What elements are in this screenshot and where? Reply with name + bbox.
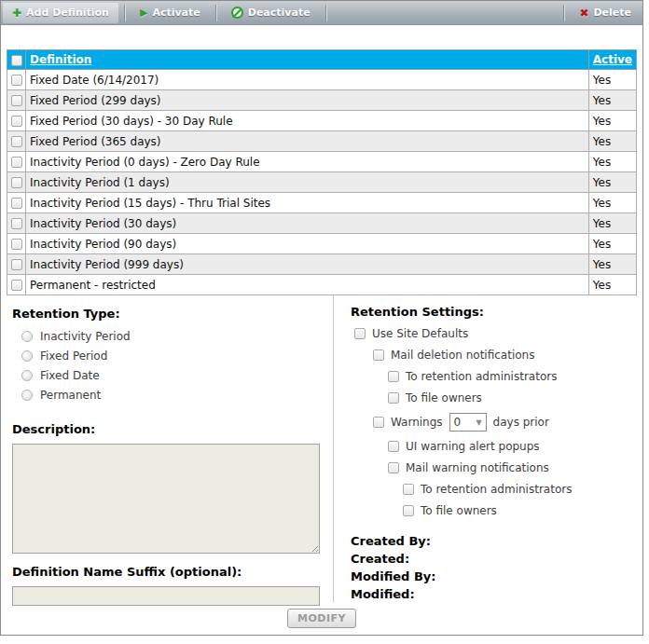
definition-cell[interactable]: Fixed Date (6/14/2017) [26, 70, 589, 90]
radio-label: Fixed Date [40, 369, 100, 382]
radio-label: Fixed Period [40, 349, 107, 363]
warning-to-owners-row: To file owners [403, 504, 642, 517]
mail-deletion-row: Mail deletion notifications [373, 349, 642, 362]
table-row: Inactivity Period (90 days) Yes [7, 234, 637, 254]
days-prior-label: days prior [493, 416, 549, 429]
deactivate-label: Deactivate [248, 7, 311, 19]
resize-handle-icon[interactable] [310, 543, 318, 552]
table-header-row: Definition Active [7, 50, 637, 70]
suffix-input[interactable] [12, 586, 320, 606]
add-definition-button[interactable]: ✚ Add Definition [3, 3, 118, 23]
warning-to-admins-checkbox[interactable] [403, 484, 414, 495]
toolbar-separator [124, 5, 125, 21]
active-cell: Yes [588, 172, 636, 193]
definition-cell[interactable]: Inactivity Period (999 days) [26, 254, 589, 275]
retention-type-label: Retention Type: [12, 307, 320, 321]
use-site-defaults-checkbox[interactable] [354, 328, 366, 339]
row-checkbox[interactable] [11, 198, 22, 209]
radio-icon[interactable] [21, 331, 33, 342]
warning-to-owners-checkbox[interactable] [403, 505, 414, 516]
created-by-label: Created By: [351, 532, 642, 550]
select-all-checkbox[interactable] [11, 55, 22, 66]
table-row: Inactivity Period (1 days) Yes [7, 172, 637, 193]
active-column-header[interactable]: Active [588, 50, 636, 70]
checkbox-label: Mail deletion notifications [391, 349, 534, 362]
checkbox-label: To file owners [421, 504, 497, 517]
table-row: Inactivity Period (30 days) Yes [7, 213, 637, 234]
definition-cell[interactable]: Inactivity Period (0 days) - Zero Day Ru… [26, 152, 589, 172]
toolbar-separator [215, 5, 216, 21]
row-checkbox[interactable] [11, 280, 22, 291]
suffix-label: Definition Name Suffix (optional): [12, 565, 320, 579]
checkbox-label: To file owners [406, 391, 482, 404]
ui-warning-row: UI warning alert popups [388, 440, 642, 453]
radio-option-inactivity-period[interactable]: Inactivity Period [21, 330, 320, 343]
warnings-checkbox[interactable] [373, 417, 384, 428]
activate-button[interactable]: ▶ Activate [131, 3, 210, 23]
description-textarea[interactable] [12, 444, 320, 554]
row-checkbox[interactable] [11, 75, 22, 86]
description-label: Description: [12, 422, 320, 436]
deactivate-button[interactable]: Deactivate [222, 3, 320, 23]
row-checkbox[interactable] [11, 95, 22, 106]
mail-warning-row: Mail warning notifications [388, 461, 642, 474]
row-checkbox[interactable] [11, 177, 22, 188]
checkbox-label: UI warning alert popups [406, 440, 540, 453]
radio-option-fixed-period[interactable]: Fixed Period [21, 349, 320, 363]
mail-warning-checkbox[interactable] [388, 462, 399, 473]
radio-label: Inactivity Period [40, 330, 131, 343]
definition-cell[interactable]: Fixed Period (30 days) - 30 Day Rule [26, 111, 589, 131]
active-cell: Yes [588, 90, 636, 111]
row-checkbox[interactable] [11, 116, 22, 127]
table-row: Inactivity Period (0 days) - Zero Day Ru… [7, 152, 637, 172]
ui-warning-checkbox[interactable] [388, 441, 399, 452]
radio-icon[interactable] [21, 370, 33, 381]
definition-cell[interactable]: Permanent - restricted [26, 275, 589, 295]
chevron-down-icon: ▼ [476, 418, 481, 427]
definition-cell[interactable]: Fixed Period (365 days) [26, 131, 589, 152]
warnings-days-select[interactable]: 0 ▼ [449, 413, 487, 432]
activate-label: Activate [152, 7, 200, 19]
definition-cell[interactable]: Inactivity Period (90 days) [26, 234, 589, 254]
x-icon: ✖ [579, 7, 588, 20]
modify-button[interactable]: MODIFY [287, 609, 356, 628]
form-right-column: Retention Settings: Use Site Defaults Ma… [333, 295, 642, 602]
radio-option-fixed-date[interactable]: Fixed Date [21, 369, 320, 382]
row-checkbox[interactable] [11, 157, 22, 168]
row-checkbox[interactable] [11, 136, 22, 147]
active-cell: Yes [588, 111, 636, 131]
table-row: Fixed Period (299 days) Yes [7, 90, 637, 111]
definition-cell[interactable]: Inactivity Period (15 days) - Thru Trial… [26, 193, 589, 213]
warnings-days-value: 0 [454, 416, 462, 429]
definition-cell[interactable]: Fixed Period (299 days) [26, 90, 589, 111]
deletion-to-admins-checkbox[interactable] [388, 371, 399, 382]
radio-icon[interactable] [21, 390, 33, 401]
active-cell: Yes [588, 254, 636, 275]
audit-metadata: Created By: Created: Modified By: Modifi… [351, 532, 642, 603]
checkbox-label: To retention administrators [421, 483, 572, 496]
retention-type-radio-group: Inactivity Period Fixed Period Fixed Dat… [21, 330, 320, 402]
toolbar-separator [325, 5, 326, 21]
table-row: Fixed Date (6/14/2017) Yes [7, 70, 637, 90]
active-cell: Yes [588, 275, 636, 295]
mail-deletion-checkbox[interactable] [373, 349, 384, 361]
definition-cell[interactable]: Inactivity Period (1 days) [26, 172, 589, 193]
radio-label: Permanent [40, 389, 101, 402]
checkbox-label: Mail warning notifications [406, 461, 549, 474]
table-row: Inactivity Period (15 days) - Thru Trial… [7, 193, 637, 213]
active-cell: Yes [588, 234, 636, 254]
definition-cell[interactable]: Inactivity Period (30 days) [26, 213, 589, 234]
row-checkbox[interactable] [11, 239, 22, 250]
use-site-defaults-row: Use Site Defaults [354, 327, 642, 340]
radio-option-permanent[interactable]: Permanent [21, 389, 320, 402]
active-cell: Yes [588, 152, 636, 172]
add-definition-label: Add Definition [26, 7, 109, 19]
radio-icon[interactable] [21, 350, 33, 362]
definition-column-header[interactable]: Definition [26, 50, 589, 70]
row-checkbox[interactable] [11, 259, 22, 270]
deletion-to-owners-checkbox[interactable] [388, 392, 399, 404]
row-checkbox[interactable] [11, 218, 22, 229]
delete-button[interactable]: ✖ Delete [570, 3, 641, 23]
footer: MODIFY [1, 602, 642, 628]
checkbox-label: Warnings [391, 416, 443, 429]
